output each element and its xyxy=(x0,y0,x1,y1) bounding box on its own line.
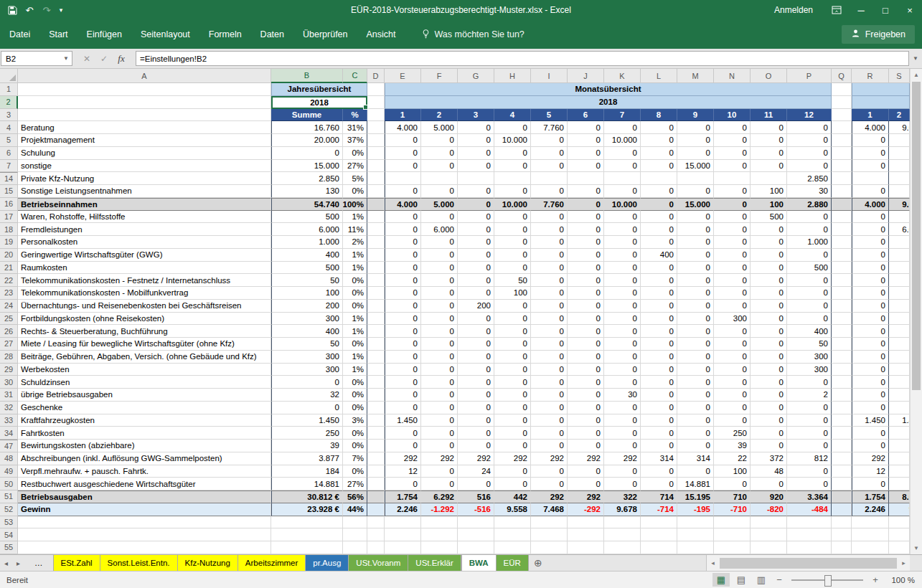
cell-L18[interactable]: 0 xyxy=(641,223,677,236)
cell-L20[interactable]: 400 xyxy=(641,249,677,262)
cell-P16[interactable]: 2.880 xyxy=(787,198,832,211)
sheet-nav-left-icon[interactable]: ◂ xyxy=(0,555,12,571)
cell-A49[interactable]: Verpfl.mehraufw. + pausch. Fahrtk. xyxy=(18,465,271,478)
cell-J52[interactable]: -292 xyxy=(568,503,604,516)
cell-P26[interactable]: 400 xyxy=(787,325,832,338)
cell-O47[interactable]: 0 xyxy=(751,440,787,452)
cell-C17[interactable]: 1% xyxy=(343,211,367,224)
cell-P28[interactable]: 300 xyxy=(787,351,832,364)
tab-datei[interactable]: Datei xyxy=(0,20,39,49)
cell-A18[interactable]: Fremdleistungen xyxy=(18,223,271,236)
cell-G54[interactable] xyxy=(458,528,494,541)
cell-H54[interactable] xyxy=(494,528,531,541)
cell-N22[interactable]: 0 xyxy=(714,274,751,287)
cell-H48[interactable]: 292 xyxy=(494,452,531,465)
cell-C32[interactable]: 0% xyxy=(343,402,367,414)
cell-L33[interactable]: 0 xyxy=(641,414,677,427)
cell-B16[interactable]: 54.740 xyxy=(271,198,343,211)
cell-Q55[interactable] xyxy=(832,541,852,554)
cell-Q17[interactable] xyxy=(832,211,852,224)
cell-G49[interactable]: 24 xyxy=(458,465,494,478)
cell-G47[interactable]: 0 xyxy=(458,440,494,452)
cell-L54[interactable] xyxy=(641,528,677,541)
cell-A27[interactable]: Miete / Leasing für bewegliche Wirtschaf… xyxy=(18,338,271,351)
cell-H20[interactable]: 0 xyxy=(494,249,531,262)
row-header-15[interactable]: 15 xyxy=(0,185,18,198)
cell-A22[interactable]: Telekommunikationskosten - Festnetz / In… xyxy=(18,274,271,287)
cell-M25[interactable]: 0 xyxy=(677,313,714,326)
cell-P52[interactable]: -484 xyxy=(787,503,832,516)
cell-Q15[interactable] xyxy=(832,185,852,198)
cell-M33[interactable]: 0 xyxy=(677,414,714,427)
cell-E18[interactable]: 0 xyxy=(385,223,421,236)
ribbon-display-options-icon[interactable] xyxy=(824,0,849,20)
cell-E27[interactable]: 0 xyxy=(385,338,421,351)
cell-R23[interactable]: 0 xyxy=(852,287,889,300)
sheet-tab-bwa[interactable]: BWA xyxy=(461,555,497,571)
cell-I17[interactable]: 0 xyxy=(531,211,568,224)
cell-M55[interactable] xyxy=(677,541,714,554)
row-header-23[interactable]: 23 xyxy=(0,287,18,300)
cell-N27[interactable]: 0 xyxy=(714,338,751,351)
cell-L7[interactable]: 0 xyxy=(641,160,677,173)
cell-S52[interactable]: 954 xyxy=(889,503,910,516)
cell-L31[interactable]: 0 xyxy=(641,389,677,402)
cell-Q21[interactable] xyxy=(832,262,852,275)
cell-I18[interactable]: 0 xyxy=(531,223,568,236)
cell-J29[interactable]: 0 xyxy=(568,364,604,376)
cell-S49[interactable]: 12 xyxy=(889,465,910,478)
cell-I52[interactable]: 7.468 xyxy=(531,503,568,516)
cell-S47[interactable]: 0 xyxy=(889,440,910,452)
col-header-N[interactable]: N xyxy=(714,69,751,83)
cell-M14[interactable] xyxy=(677,172,714,185)
cell-C7[interactable]: 27% xyxy=(343,160,367,173)
cell-N24[interactable]: 0 xyxy=(714,300,751,313)
cell-Q49[interactable] xyxy=(832,465,852,478)
cell-A7[interactable]: sonstige xyxy=(18,160,271,173)
cell-A47[interactable]: Bewirtungskosten (abziehbare) xyxy=(18,440,271,452)
cell-P47[interactable]: 0 xyxy=(787,440,832,452)
cell-C34[interactable]: 0% xyxy=(343,427,367,440)
cell-L5[interactable]: 0 xyxy=(641,134,677,147)
cell-N3[interactable]: 10 xyxy=(714,109,751,122)
cell-S22[interactable]: 0 xyxy=(889,274,910,287)
cell-N34[interactable]: 250 xyxy=(714,427,751,440)
cell-I7[interactable]: 0 xyxy=(531,160,568,173)
cell-F16[interactable]: 5.000 xyxy=(421,198,458,211)
cell-K27[interactable]: 0 xyxy=(604,338,641,351)
cell-R26[interactable]: 0 xyxy=(852,325,889,338)
cell-C29[interactable]: 1% xyxy=(343,364,367,376)
cell-H55[interactable] xyxy=(494,541,531,554)
cell-S15[interactable]: 0 xyxy=(889,185,910,198)
cell-I3[interactable]: 5 xyxy=(531,109,568,122)
cell-G25[interactable]: 0 xyxy=(458,313,494,326)
cell-G50[interactable]: 0 xyxy=(458,478,494,490)
col-header-J[interactable]: J xyxy=(568,69,604,83)
cell-C52[interactable]: 44% xyxy=(343,503,367,516)
cell-M50[interactable]: 14.881 xyxy=(677,478,714,490)
cell-N49[interactable]: 100 xyxy=(714,465,751,478)
cell-G27[interactable]: 0 xyxy=(458,338,494,351)
row-header-3[interactable]: 3 xyxy=(0,109,18,122)
cell-S4[interactable]: 9.000 xyxy=(889,121,910,134)
cell-D23[interactable] xyxy=(367,287,385,300)
cell-S54[interactable] xyxy=(889,528,910,541)
cell-H34[interactable]: 0 xyxy=(494,427,531,440)
cell-S6[interactable]: 0 xyxy=(889,147,910,160)
cell-O21[interactable]: 0 xyxy=(751,262,787,275)
cell-Q52[interactable] xyxy=(832,503,852,516)
cell-N32[interactable]: 0 xyxy=(714,402,751,414)
cell-H19[interactable]: 0 xyxy=(494,236,531,249)
cell-F14[interactable] xyxy=(421,172,458,185)
cell-P7[interactable]: 0 xyxy=(787,160,832,173)
cell-J27[interactable]: 0 xyxy=(568,338,604,351)
cell-G22[interactable]: 0 xyxy=(458,274,494,287)
zoom-slider[interactable] xyxy=(791,579,863,581)
cell-C15[interactable]: 0% xyxy=(343,185,367,198)
cell-E34[interactable]: 0 xyxy=(385,427,421,440)
cell-I19[interactable]: 0 xyxy=(531,236,568,249)
cell-H6[interactable]: 0 xyxy=(494,147,531,160)
cell-F55[interactable] xyxy=(421,541,458,554)
cell-B24[interactable]: 200 xyxy=(271,300,343,313)
cell-E3[interactable]: 1 xyxy=(385,109,421,122)
